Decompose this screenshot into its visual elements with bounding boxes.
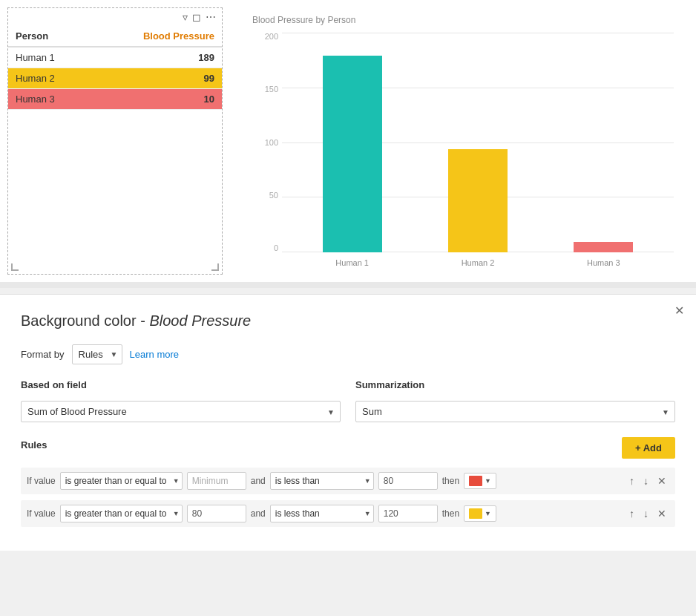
- dialog-title-italic: Blood Pressure: [149, 312, 251, 329]
- table-row: Human 1 189: [8, 47, 222, 68]
- then-label: then: [442, 476, 459, 486]
- summarization-label: Summarization: [355, 379, 675, 390]
- rule-actions: ↑ ↓ ✕: [626, 506, 669, 521]
- rule-condition2-select[interactable]: is less than: [270, 472, 374, 490]
- bar-group: Human 2: [422, 149, 533, 267]
- data-table: Person Blood Pressure Human 1 189 Human …: [8, 26, 222, 110]
- y-axis: 050100150200: [252, 33, 282, 252]
- rule-value2-input[interactable]: [378, 505, 438, 522]
- y-axis-label: 150: [265, 85, 278, 94]
- based-on-select[interactable]: Sum of Blood Pressure: [21, 401, 341, 422]
- summarization-select[interactable]: Sum: [355, 401, 675, 422]
- bar-group: Human 3: [548, 242, 659, 267]
- color-swatch: [469, 476, 482, 486]
- table-toolbar: ▿ ◻ ⋯: [8, 8, 222, 26]
- col-bp-header: Blood Pressure: [91, 26, 222, 47]
- rule-actions: ↑ ↓ ✕: [626, 474, 669, 488]
- summarization-col: Summarization Sum ▼: [355, 379, 675, 422]
- and-label: and: [251, 476, 266, 486]
- color-drop-arrow: ▼: [485, 477, 491, 485]
- learn-more-link[interactable]: Learn more: [130, 349, 179, 360]
- value-cell: 99: [91, 68, 222, 89]
- rules-container: If value is greater than or equal to ▼ a…: [21, 468, 675, 527]
- summarization-wrapper: Sum ▼: [355, 401, 675, 422]
- rule-down-button[interactable]: ↓: [640, 474, 651, 488]
- rule-up-button[interactable]: ↑: [626, 474, 637, 488]
- value-cell: 189: [91, 47, 222, 68]
- rule-up-button[interactable]: ↑: [626, 506, 637, 521]
- color-swatch: [469, 508, 482, 519]
- bar-label: Human 3: [587, 258, 620, 267]
- more-icon[interactable]: ⋯: [206, 11, 216, 23]
- dialog-title: Background color - Blood Pressure: [21, 312, 675, 330]
- dialog-title-static: Background color -: [21, 312, 149, 329]
- color-drop-arrow: ▼: [485, 510, 491, 517]
- person-cell: Human 2: [8, 68, 91, 89]
- resize-handle-br[interactable]: [211, 263, 219, 271]
- field-summarization-row: Based on field Sum of Blood Pressure ▼ S…: [21, 379, 675, 422]
- bar-group: Human 1: [297, 56, 407, 267]
- format-by-wrapper: Rules ▼: [72, 344, 122, 364]
- based-on-label: Based on field: [21, 379, 341, 390]
- bar-label: Human 2: [462, 258, 495, 267]
- bar: [448, 149, 508, 252]
- bar: [323, 56, 382, 252]
- based-on-wrapper: Sum of Blood Pressure ▼: [21, 401, 341, 422]
- bar-label: Human 1: [335, 258, 369, 267]
- based-on-col: Based on field Sum of Blood Pressure ▼: [21, 379, 341, 422]
- rule-delete-button[interactable]: ✕: [654, 474, 669, 488]
- color-picker-button[interactable]: ▼: [464, 473, 496, 489]
- table-widget: ▿ ◻ ⋯ Person Blood Pressure Human 1 189 …: [7, 7, 223, 275]
- and-label: and: [251, 508, 266, 519]
- rule-value2-input[interactable]: [378, 472, 438, 490]
- rules-label: Rules: [21, 439, 47, 450]
- value-cell: 10: [91, 89, 222, 110]
- color-picker-button[interactable]: ▼: [464, 505, 496, 522]
- rules-header: Rules + Add: [21, 437, 675, 459]
- y-axis-label: 0: [274, 244, 278, 252]
- rule-delete-button[interactable]: ✕: [654, 506, 669, 521]
- if-label: If value: [27, 508, 56, 519]
- if-label: If value: [27, 476, 56, 486]
- bar: [574, 242, 633, 252]
- gridline: [282, 33, 674, 33]
- y-axis-label: 50: [269, 191, 278, 200]
- format-by-select[interactable]: Rules: [72, 344, 122, 364]
- y-axis-label: 100: [265, 139, 278, 147]
- rule-condition1-select[interactable]: is greater than or equal to: [60, 472, 183, 490]
- col-person-header: Person: [8, 26, 91, 47]
- rule-condition1-select[interactable]: is greater than or equal to: [60, 505, 183, 522]
- top-panel: ▿ ◻ ⋯ Person Blood Pressure Human 1 189 …: [0, 0, 696, 282]
- rule-value1-input[interactable]: [187, 472, 246, 490]
- person-cell: Human 1: [8, 47, 91, 68]
- bars-container: Human 1 Human 2 Human 3: [282, 56, 674, 267]
- format-row: Format by Rules ▼ Learn more: [21, 344, 675, 364]
- rule-value1-input[interactable]: [187, 505, 246, 522]
- close-button[interactable]: ✕: [674, 305, 684, 317]
- table-row: Human 3 10: [8, 89, 222, 110]
- format-by-label: Format by: [21, 349, 65, 360]
- panel-divider: [0, 282, 696, 288]
- rule-row: If value is greater than or equal to ▼ a…: [21, 468, 675, 494]
- person-cell: Human 3: [8, 89, 91, 110]
- rule-row: If value is greater than or equal to ▼ a…: [21, 500, 675, 527]
- filter-icon[interactable]: ▿: [183, 11, 188, 23]
- y-axis-label: 200: [265, 33, 278, 41]
- rule-condition2-select[interactable]: is less than: [270, 505, 374, 522]
- then-label: then: [442, 508, 459, 519]
- rule-down-button[interactable]: ↓: [640, 506, 651, 521]
- add-rule-button[interactable]: + Add: [622, 437, 675, 459]
- dialog-panel: ✕ Background color - Blood Pressure Form…: [0, 294, 696, 551]
- chart-inner: 050100150200 Human 1 Human 2 Human 3: [252, 33, 674, 267]
- table-row: Human 2 99: [8, 68, 222, 89]
- chart-title: Blood Pressure by Person: [252, 15, 674, 25]
- focus-icon[interactable]: ◻: [192, 11, 201, 23]
- chart-area: Blood Pressure by Person 050100150200 Hu…: [237, 7, 689, 275]
- resize-handle-bl[interactable]: [11, 263, 19, 271]
